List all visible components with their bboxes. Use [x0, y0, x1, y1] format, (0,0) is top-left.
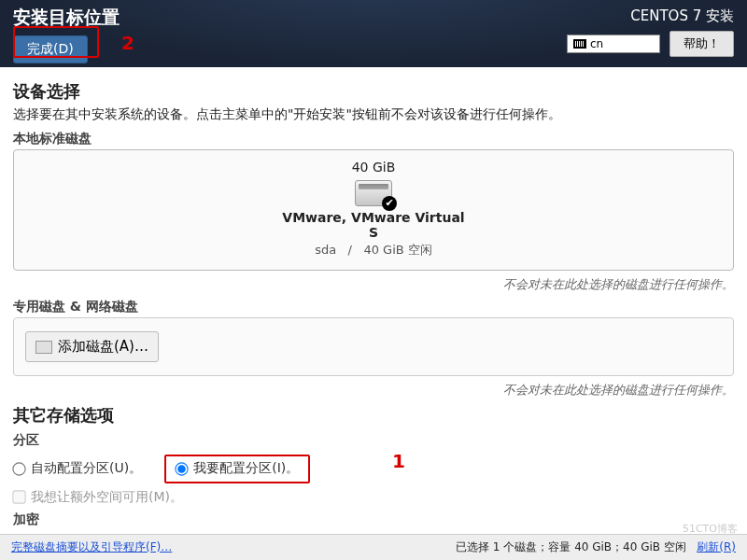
section-device-subtitle: 选择要在其中安装系统的设备。点击主菜单中的"开始安装"按钮前不会对该设备进行任何… — [13, 106, 734, 123]
radio-manual-partition[interactable]: 我要配置分区(I)。 — [176, 460, 299, 477]
radio-manual-label: 我要配置分区(I)。 — [193, 460, 299, 477]
disk-free: 40 GiB 空闲 — [363, 243, 431, 257]
disk-item[interactable]: 40 GiB ✔ VMware, VMware Virtual S sda / … — [275, 160, 472, 259]
special-disk-note: 不会对未在此处选择的磁盘进行任何操作。 — [13, 382, 734, 399]
disk-meta: sda / 40 GiB 空闲 — [275, 242, 472, 259]
done-button[interactable]: 完成(D) — [13, 35, 88, 63]
disk-sep: / — [348, 243, 352, 257]
footer-bar: 完整磁盘摘要以及引导程序(F)… 已选择 1 个磁盘；容量 40 GiB；40 … — [0, 534, 747, 560]
section-device-title: 设备选择 — [13, 80, 734, 103]
radio-auto-input[interactable] — [12, 462, 25, 475]
add-disk-icon — [35, 341, 52, 354]
refresh-link[interactable]: 刷新(R) — [697, 540, 736, 553]
radio-auto-label: 自动配置分区(U)。 — [31, 460, 142, 477]
radio-auto-partition[interactable]: 自动配置分区(U)。 — [13, 460, 142, 477]
local-disk-note: 不会对未在此处选择的磁盘进行任何操作。 — [13, 276, 734, 293]
local-disk-container: 40 GiB ✔ VMware, VMware Virtual S sda / … — [13, 149, 734, 271]
help-button[interactable]: 帮助！ — [669, 31, 734, 57]
disk-name: VMware, VMware Virtual S — [275, 210, 472, 240]
encryption-label: 加密 — [13, 511, 734, 528]
annotation-number-2: 2 — [121, 32, 134, 54]
annotation-number-1: 1 — [392, 450, 405, 472]
keyboard-indicator[interactable]: cn — [567, 35, 660, 53]
keyboard-icon — [573, 39, 586, 49]
disk-dev: sda — [315, 243, 336, 257]
radio-manual-input[interactable] — [176, 462, 189, 475]
local-disks-label: 本地标准磁盘 — [13, 131, 734, 147]
keyboard-layout: cn — [590, 37, 603, 50]
add-disk-button[interactable]: 添加磁盘(A)… — [25, 331, 159, 362]
add-disk-label: 添加磁盘(A)… — [58, 338, 148, 356]
installer-title: CENTOS 7 安装 — [567, 7, 734, 25]
check-icon: ✔ — [382, 196, 397, 211]
disk-size: 40 GiB — [275, 160, 472, 175]
other-storage-title: 其它存储选项 — [13, 404, 734, 427]
checkbox-extra-label: 我想让额外空间可用(M)。 — [31, 489, 183, 506]
special-disks-label: 专用磁盘 & 网络磁盘 — [13, 299, 734, 315]
harddrive-icon: ✔ — [355, 180, 392, 206]
special-disk-container: 添加磁盘(A)… — [13, 317, 734, 376]
annotation-box-manual: 我要配置分区(I)。 — [164, 455, 310, 483]
checkbox-extra-input — [12, 490, 25, 503]
disk-summary-link[interactable]: 完整磁盘摘要以及引导程序(F)… — [11, 539, 172, 555]
checkbox-extra-space: 我想让额外空间可用(M)。 — [13, 489, 183, 506]
partitioning-label: 分区 — [13, 432, 734, 449]
selection-status: 已选择 1 个磁盘；容量 40 GiB；40 GiB 空闲 — [456, 540, 686, 553]
